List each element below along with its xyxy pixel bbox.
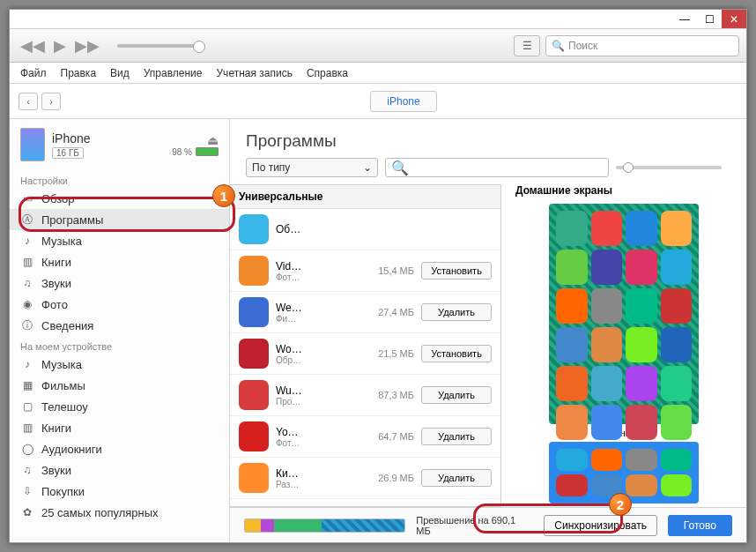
sidebar-item[interactable]: ▦Фильмы	[10, 375, 229, 396]
storage-bar	[244, 518, 405, 533]
app-action-button[interactable]: Установить	[421, 345, 492, 362]
close-button[interactable]: ✕	[722, 10, 746, 28]
sidebar-item[interactable]: ⇩Покупки	[10, 481, 229, 502]
sidebar-item[interactable]: ✿25 самых популярных	[10, 502, 229, 523]
sidebar-icon: ▭	[20, 191, 34, 205]
minimize-button[interactable]: —	[672, 10, 697, 28]
device-tab[interactable]: iPhone	[370, 91, 436, 112]
app-subtitle: Фот…	[276, 438, 365, 448]
sidebar-icon: ◯	[20, 442, 34, 456]
list-view-button[interactable]: ☰	[514, 35, 540, 56]
sidebar-icon: ♪	[20, 357, 34, 371]
app-row[interactable]: Об…	[230, 209, 500, 250]
app-name: Wu…	[276, 384, 365, 397]
app-name: Ки…	[276, 467, 365, 480]
next-track-button[interactable]: ▶▶	[71, 36, 103, 56]
app-subtitle: Фот…	[276, 272, 365, 282]
app-list: Универсальные Об…Vid…Фот…15,4 МБУстанови…	[230, 184, 501, 507]
apps-search-input[interactable]: 🔍	[385, 158, 609, 177]
sidebar-item-label: Обзор	[41, 192, 75, 205]
sidebar-item[interactable]: ♫Звуки	[10, 459, 229, 481]
prev-track-button[interactable]: ◀◀	[17, 36, 48, 56]
sidebar-item-label: Книги	[41, 421, 71, 435]
home-screen-preview[interactable]	[549, 204, 699, 424]
sidebar-item-label: Звуки	[41, 277, 71, 290]
sidebar-item[interactable]: ◉Фото	[10, 294, 229, 315]
play-button[interactable]: ▶	[50, 36, 70, 56]
zoom-slider[interactable]	[616, 166, 722, 169]
done-button[interactable]: Готово	[668, 515, 732, 536]
sidebar-item-label: Звуки	[41, 464, 71, 477]
sidebar-item[interactable]: ▥Книги	[10, 251, 229, 272]
sidebar-icon: ♪	[20, 234, 34, 248]
sidebar-icon: Ⓐ	[20, 213, 34, 227]
sidebar-item[interactable]: ▭Обзор	[10, 188, 229, 209]
device-header: iPhone 16 ГБ ⏏ 98 %	[10, 119, 229, 170]
sidebar-item[interactable]: ▢Телешоу	[10, 396, 229, 417]
app-subtitle: Про…	[276, 397, 365, 407]
footer: Превышение на 690,1 МБ Синхронизировать …	[230, 507, 746, 542]
forward-button[interactable]: ›	[41, 93, 61, 110]
sync-button[interactable]: Синхронизировать	[544, 515, 656, 536]
sidebar-icon: ◉	[20, 297, 34, 311]
toolbar: ◀◀ ▶ ▶▶ ☰ 🔍 Поиск	[10, 29, 746, 63]
sidebar-item-label: Книги	[41, 256, 71, 269]
sidebar-icon: ▦	[20, 378, 34, 392]
menu-item[interactable]: Справка	[307, 67, 348, 79]
menu-item[interactable]: Учетная запись	[217, 67, 293, 79]
device-capacity: 16 ГБ	[52, 147, 84, 159]
app-action-button[interactable]: Удалить	[421, 303, 492, 321]
app-row[interactable]: Vid…Фот…15,4 МБУстановить	[230, 250, 500, 292]
app-name: Об…	[276, 223, 442, 235]
sidebar-section-ondevice: На моем устройстве	[10, 336, 229, 354]
app-action-button[interactable]: Установить	[421, 262, 492, 280]
menu-item[interactable]: Правка	[61, 67, 97, 79]
sidebar-icon: ⇩	[20, 484, 34, 498]
sidebar-item-label: Покупки	[41, 485, 85, 498]
sidebar-icon: ✿	[20, 505, 34, 519]
sidebar-item-label: 25 самых популярных	[41, 506, 159, 519]
menu-item[interactable]: Вид	[110, 67, 130, 79]
menu-item[interactable]: Файл	[20, 67, 47, 79]
sidebar-icon: ▢	[20, 399, 34, 414]
battery-indicator: 98 %	[172, 147, 219, 157]
sidebar-item[interactable]: ⓘСведения	[10, 315, 229, 336]
sidebar-item-label: Сведения	[41, 319, 93, 332]
back-button[interactable]: ‹	[19, 93, 38, 110]
menubar: ФайлПравкаВидУправлениеУчетная записьСпр…	[10, 63, 746, 84]
sidebar-icon: ⓘ	[20, 318, 34, 332]
app-subtitle: Обр…	[276, 355, 365, 365]
sidebar-section-settings: Настройки	[10, 170, 229, 188]
sidebar-item[interactable]: ♫Звуки	[10, 272, 229, 294]
app-subtitle: Раз…	[276, 480, 365, 489]
sidebar-item-label: Фото	[41, 298, 68, 311]
app-row[interactable]: Ки…Раз…26,9 МБУдалить	[230, 458, 500, 499]
maximize-button[interactable]: ☐	[697, 10, 722, 28]
tabbar: ‹ › iPhone	[10, 84, 746, 119]
app-size: 15,4 МБ	[372, 265, 414, 276]
app-row[interactable]: Wu…Про…87,3 МБУдалить	[230, 375, 500, 416]
app-icon	[239, 380, 269, 410]
sidebar-item[interactable]: ♪Музыка	[10, 230, 229, 251]
app-row[interactable]: We…Фи…27,4 МБУдалить	[230, 292, 500, 333]
menu-item[interactable]: Управление	[144, 67, 203, 79]
eject-button[interactable]: ⏏	[172, 133, 219, 147]
app-row[interactable]: Wo…Обр…21,5 МБУстановить	[230, 333, 500, 375]
sidebar-icon: ▥	[20, 421, 34, 435]
app-action-button[interactable]: Удалить	[421, 386, 492, 404]
app-row[interactable]: Yo…Фот…64,7 МБУдалить	[230, 416, 500, 458]
sidebar-item[interactable]: ▥Книги	[10, 417, 229, 438]
sort-select[interactable]: По типу⌄	[246, 158, 378, 177]
sidebar-item[interactable]: ⒶПрограммы	[10, 209, 229, 230]
titlebar: — ☐ ✕	[10, 10, 746, 29]
sidebar-item-label: Аудиокниги	[41, 443, 102, 456]
sidebar-item-label: Музыка	[41, 235, 82, 248]
sidebar-item[interactable]: ♪Музыка	[10, 354, 229, 375]
volume-slider[interactable]	[117, 44, 205, 48]
home-screens-header: Домашние экраны	[515, 184, 732, 200]
sidebar-item[interactable]: ◯Аудиокниги	[10, 438, 229, 459]
app-action-button[interactable]: Удалить	[421, 469, 492, 487]
app-action-button[interactable]: Удалить	[421, 428, 492, 445]
app-size: 26,9 МБ	[372, 473, 414, 483]
search-input[interactable]: 🔍 Поиск	[545, 35, 739, 56]
